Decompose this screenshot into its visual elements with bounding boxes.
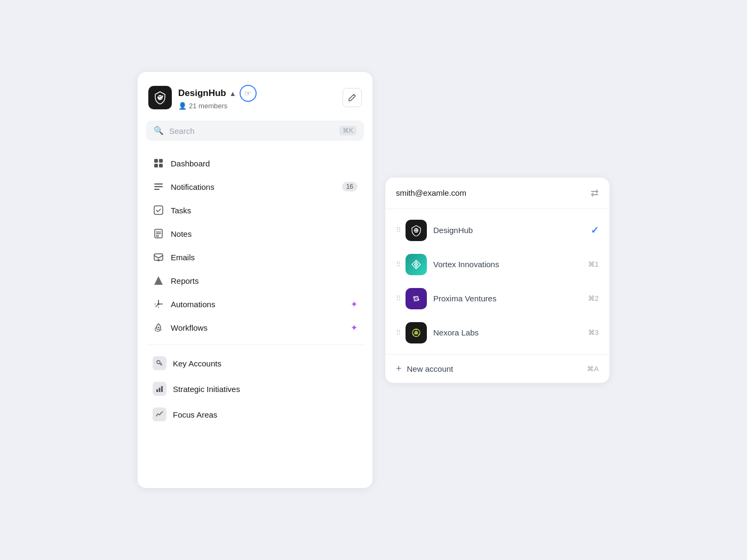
svg-rect-8 <box>154 186 163 187</box>
workspace-header: DesignHub ▲ ☞ 👤 21 members <box>146 85 364 110</box>
account-email: smith@examle.com <box>396 188 466 197</box>
vortex-name: Vortex Innovations <box>433 260 582 269</box>
svg-rect-7 <box>154 183 163 185</box>
sidebar-item-notes[interactable]: Notes <box>146 222 364 245</box>
vortex-shortcut: ⌘1 <box>588 260 599 268</box>
svg-rect-21 <box>156 389 158 392</box>
workspace-members: 👤 21 members <box>178 102 257 110</box>
dashboard-icon <box>153 157 164 169</box>
sidebar-item-notifications[interactable]: Notifications 16 <box>146 175 364 198</box>
svg-point-15 <box>157 259 160 261</box>
workflows-sparkle-icon: ✦ <box>351 323 357 333</box>
notifications-badge: 16 <box>342 182 357 191</box>
focus-areas-label: Focus Areas <box>173 410 357 419</box>
strategic-initiatives-label: Strategic Initiatives <box>173 385 357 394</box>
sidebar-item-automations[interactable]: Automations ✦ <box>146 292 364 316</box>
workspace-name-row[interactable]: DesignHub ▲ ☞ <box>178 85 257 102</box>
key-accounts-label: Key Accounts <box>173 359 357 368</box>
svg-rect-6 <box>159 164 163 167</box>
workflows-label: Workflows <box>171 323 344 332</box>
nexora-shortcut: ⌘3 <box>588 329 599 337</box>
svg-point-17 <box>157 303 160 305</box>
svg-point-31 <box>414 300 416 301</box>
emails-label: Emails <box>171 253 357 262</box>
members-icon: 👤 <box>178 102 187 110</box>
plus-icon: + <box>396 363 402 374</box>
sidebar-item-workflows[interactable]: Workflows ✦ <box>146 316 364 339</box>
sidebar-item-emails[interactable]: Emails <box>146 245 364 269</box>
svg-rect-10 <box>154 206 163 214</box>
left-panel: DesignHub ▲ ☞ 👤 21 members 🔍 Search ⌘K <box>138 72 372 488</box>
switch-account-icon[interactable]: ⇄ <box>591 187 599 199</box>
drag-handle-icon: ⠿ <box>396 329 401 337</box>
nav-section-main: Dashboard Notifications 16 Tasks <box>146 151 364 339</box>
svg-rect-22 <box>159 388 161 392</box>
svg-point-35 <box>416 329 417 330</box>
drag-handle-icon: ⠿ <box>396 260 401 268</box>
new-account-shortcut: ⌘A <box>587 365 599 373</box>
search-bar[interactable]: 🔍 Search ⌘K <box>146 121 364 141</box>
new-account-row[interactable]: + New account ⌘A <box>385 354 609 383</box>
sidebar-item-key-accounts[interactable]: Key Accounts <box>146 350 364 376</box>
sidebar-item-reports[interactable]: Reports <box>146 269 364 292</box>
notifications-icon <box>153 181 164 193</box>
vortex-logo <box>406 254 427 275</box>
svg-point-32 <box>415 297 418 300</box>
svg-point-30 <box>417 299 419 301</box>
cursor-indicator: ☞ <box>240 85 257 102</box>
svg-point-29 <box>417 295 419 297</box>
svg-line-20 <box>161 363 162 364</box>
active-check-icon: ✓ <box>591 225 599 236</box>
proxima-logo <box>406 288 427 309</box>
drag-handle-icon: ⠿ <box>396 294 401 302</box>
proxima-shortcut: ⌘2 <box>588 294 599 302</box>
svg-marker-16 <box>154 276 163 285</box>
automations-sparkle-icon: ✦ <box>351 299 357 309</box>
automations-icon <box>153 298 164 310</box>
sidebar-item-dashboard[interactable]: Dashboard <box>146 151 364 175</box>
nexora-name: Nexora Labs <box>433 328 582 337</box>
svg-rect-4 <box>159 159 163 163</box>
sidebar-item-tasks[interactable]: Tasks <box>146 198 364 222</box>
workspace-list: ⠿ DesignHub ✓ ⠿ Vor <box>385 209 609 354</box>
nav-divider <box>146 345 364 345</box>
tasks-icon <box>153 204 164 216</box>
svg-point-28 <box>413 296 415 298</box>
workspace-list-item-designhub[interactable]: ⠿ DesignHub ✓ <box>385 213 609 247</box>
sidebar-item-focus-areas[interactable]: Focus Areas <box>146 402 364 427</box>
svg-point-36 <box>413 333 415 335</box>
key-accounts-icon <box>153 356 166 370</box>
sidebar-item-strategic-initiatives[interactable]: Strategic Initiatives <box>146 376 364 402</box>
svg-rect-5 <box>154 164 158 167</box>
chevron-up-icon: ▲ <box>229 90 236 98</box>
workspace-list-item-nexora[interactable]: ⠿ Nexora Labs ⌘3 <box>385 316 609 350</box>
svg-rect-23 <box>161 386 163 392</box>
search-icon: 🔍 <box>154 126 164 135</box>
workspace-list-item-proxima[interactable]: ⠿ Proxima Ventures ⌘2 <box>385 282 609 316</box>
reports-icon <box>153 275 164 286</box>
nav-section-secondary: Key Accounts Strategic Initiatives Focus… <box>146 350 364 427</box>
designhub-logo <box>406 220 427 241</box>
drag-handle-icon: ⠿ <box>396 226 401 234</box>
workspace-name-area: DesignHub ▲ ☞ 👤 21 members <box>178 85 257 110</box>
svg-point-18 <box>158 327 160 329</box>
svg-rect-3 <box>154 159 158 163</box>
dashboard-label: Dashboard <box>171 159 357 168</box>
designhub-name: DesignHub <box>433 226 584 235</box>
right-panel: smith@examle.com ⇄ ⠿ DesignHub ✓ ⠿ <box>385 178 609 383</box>
notes-icon <box>153 228 164 239</box>
automations-label: Automations <box>171 300 344 309</box>
proxima-name: Proxima Ventures <box>433 294 582 303</box>
workspace-info: DesignHub ▲ ☞ 👤 21 members <box>148 85 257 110</box>
svg-point-37 <box>418 333 420 335</box>
workspace-name: DesignHub <box>178 88 226 99</box>
workspace-list-item-vortex[interactable]: ⠿ Vortex Innovations ⌘1 <box>385 247 609 282</box>
tasks-label: Tasks <box>171 206 357 215</box>
edit-button[interactable] <box>343 88 362 107</box>
emails-icon <box>153 251 164 263</box>
new-account-label: New account <box>407 364 582 373</box>
reports-label: Reports <box>171 276 357 285</box>
workspace-logo <box>148 86 172 109</box>
svg-rect-9 <box>154 189 160 190</box>
nexora-logo <box>406 322 427 343</box>
